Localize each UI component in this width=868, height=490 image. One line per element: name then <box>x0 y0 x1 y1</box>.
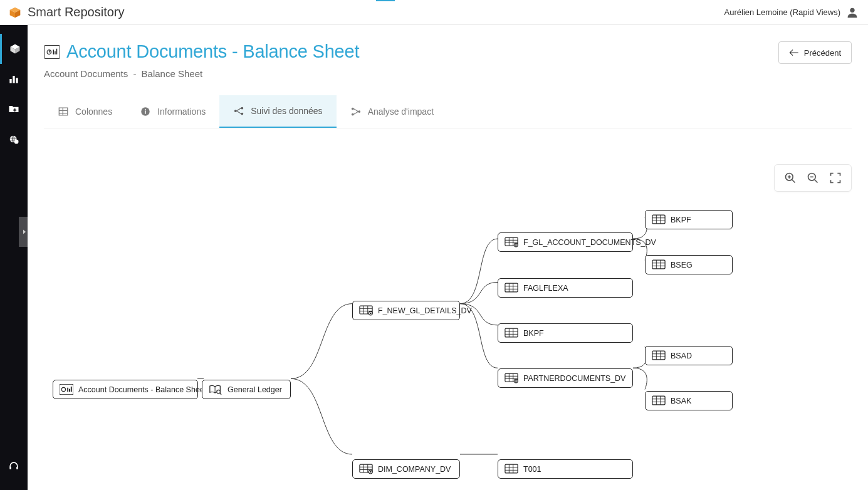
cube-logo-icon <box>9 6 21 19</box>
table-icon <box>652 214 666 225</box>
svg-point-37 <box>61 387 65 391</box>
left-rail <box>0 25 28 490</box>
svg-line-43 <box>219 393 221 395</box>
table-icon <box>505 464 518 474</box>
node-acc-docs[interactable]: F_GL_ACCOUNT_DOCUMENTS_DV <box>498 232 633 252</box>
person-icon <box>845 6 859 19</box>
main-content: Account Documents - Balance Sheet Accoun… <box>28 25 868 490</box>
table-view-icon <box>359 305 373 316</box>
page-title: Account Documents - Balance Sheet <box>66 41 359 62</box>
tab-informations[interactable]: Informations <box>126 95 219 128</box>
sidebar-item-cube[interactable] <box>0 34 28 64</box>
svg-rect-39 <box>69 389 70 392</box>
svg-point-81 <box>515 380 517 382</box>
svg-point-25 <box>241 113 244 115</box>
breadcrumb-a[interactable]: Account Documents <box>44 68 128 79</box>
table-icon <box>505 283 518 293</box>
breadcrumb: Account Documents - Balance Sheet <box>44 68 359 79</box>
table-icon <box>652 350 666 361</box>
top-header: Smart Repository Aurélien Lemoine (Rapid… <box>0 0 868 25</box>
node-root[interactable]: Account Documents - Balance Sheet <box>53 380 198 399</box>
tab-columns[interactable]: Colonnes <box>44 95 126 128</box>
user-area[interactable]: Aurélien Lemoine (Rapid Views) <box>724 6 859 19</box>
svg-rect-11 <box>13 110 16 111</box>
svg-rect-14 <box>9 467 11 469</box>
cube-icon <box>9 43 21 55</box>
brand-name: Smart Repository <box>28 5 125 19</box>
node-faglflexa[interactable]: FAGLFLEXA <box>498 278 633 298</box>
table-icon <box>505 328 518 338</box>
table-view-icon <box>359 464 373 474</box>
node-bkpf1[interactable]: BKPF <box>645 210 733 229</box>
grid-icon <box>58 106 69 117</box>
node-bkpf2[interactable]: BKPF <box>498 323 633 343</box>
svg-point-22 <box>145 109 146 110</box>
sidebar-item-globe[interactable] <box>0 124 28 154</box>
back-button[interactable]: Précédent <box>778 41 852 64</box>
lineage-diagram[interactable]: Account Documents - Balance Sheet Genera… <box>28 157 868 490</box>
svg-point-27 <box>352 108 354 110</box>
tab-lineage[interactable]: Suivi des données <box>219 95 336 128</box>
svg-rect-17 <box>53 50 55 55</box>
node-bsak[interactable]: BSAK <box>645 391 733 410</box>
svg-point-3 <box>850 8 854 12</box>
table-view-icon <box>505 237 518 248</box>
brand: Smart Repository <box>9 5 125 19</box>
report-icon <box>44 45 60 59</box>
headset-icon <box>8 460 20 472</box>
svg-rect-65 <box>505 283 518 292</box>
node-bsad[interactable]: BSAD <box>645 346 733 365</box>
svg-rect-92 <box>652 260 665 269</box>
node-t001[interactable]: T001 <box>498 459 633 479</box>
svg-rect-82 <box>505 464 518 473</box>
svg-rect-8 <box>13 76 14 83</box>
svg-rect-9 <box>16 78 18 83</box>
svg-point-26 <box>358 110 360 113</box>
svg-point-23 <box>234 110 237 112</box>
svg-point-50 <box>370 313 372 315</box>
table-view-icon <box>505 373 518 383</box>
svg-rect-19 <box>56 48 58 54</box>
report-small-icon <box>60 384 73 395</box>
node-ledger[interactable]: General Ledger <box>202 380 291 399</box>
svg-rect-15 <box>16 467 18 469</box>
node-company[interactable]: DIM_COMPANY_DV <box>352 459 460 479</box>
svg-rect-18 <box>55 51 56 54</box>
breadcrumb-b: Balance Sheet <box>142 68 203 79</box>
svg-rect-38 <box>67 388 68 392</box>
info-icon <box>140 106 151 117</box>
book-search-icon <box>209 384 222 395</box>
arrow-left-icon <box>789 49 799 56</box>
user-name: Aurélien Lemoine (Rapid Views) <box>724 8 840 17</box>
svg-point-13 <box>14 140 19 144</box>
lineage-icon <box>233 105 244 117</box>
svg-rect-102 <box>652 396 665 405</box>
sidebar-item-folder[interactable] <box>0 94 28 124</box>
folder-plus-icon <box>8 103 20 115</box>
sidebar-item-help[interactable] <box>0 451 28 481</box>
svg-rect-87 <box>652 215 665 224</box>
svg-rect-7 <box>9 79 11 83</box>
tab-impact[interactable]: Analyse d'impact <box>337 95 447 128</box>
table-icon <box>652 259 666 270</box>
svg-rect-40 <box>71 387 72 392</box>
svg-point-28 <box>352 113 354 116</box>
svg-rect-21 <box>145 111 146 114</box>
node-bseg[interactable]: BSEG <box>645 255 733 274</box>
impact-icon <box>350 106 362 117</box>
svg-rect-70 <box>505 328 518 337</box>
bar-chart-icon <box>8 73 20 85</box>
node-partner[interactable]: PARTNERDOCUMENTS_DV <box>498 368 633 388</box>
svg-point-24 <box>241 107 244 110</box>
tab-bar: Colonnes Informations Suivi des données … <box>44 95 852 128</box>
svg-rect-97 <box>652 351 665 360</box>
sidebar-item-chart[interactable] <box>0 64 28 94</box>
svg-point-64 <box>515 244 517 246</box>
node-gl-details[interactable]: F_NEW_GL_DETAILS_DV <box>352 301 460 320</box>
svg-point-57 <box>370 471 372 473</box>
globe-icon <box>8 133 20 145</box>
table-icon <box>652 395 666 406</box>
